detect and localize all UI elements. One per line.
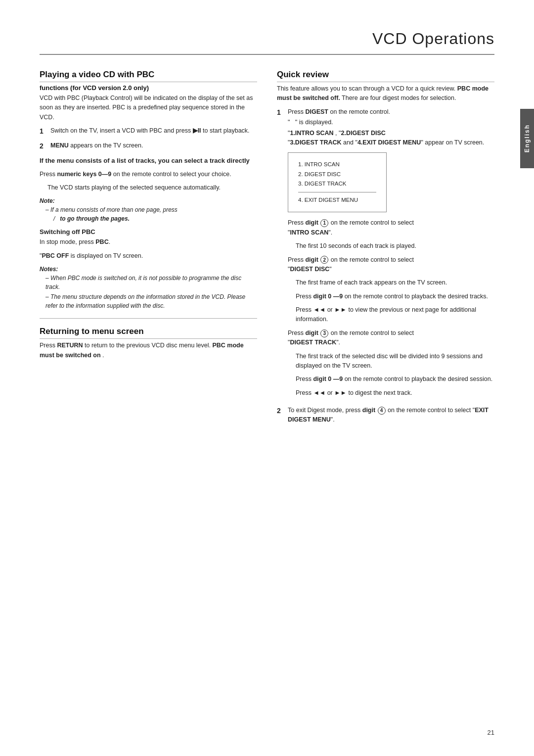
circle-num-1: 1 (320, 219, 328, 227)
step1-text-c: "1.INTRO SCAN , "2.DIGEST DISC "3.DIGEST… (288, 129, 494, 148)
pbc-steps: 1 Switch on the TV, insert a VCD with PB… (40, 126, 257, 151)
notes-label: Notes: (40, 266, 257, 273)
digit3-detail2: Press digit 0 —9 on the remote control t… (288, 375, 494, 384)
quick-review-intro: This feature allows you to scan through … (277, 84, 494, 103)
pbc-step-2: 2 MENU appears on the TV screen. (40, 141, 257, 152)
notes-item-1: – When PBC mode is switched on, it is no… (40, 274, 257, 291)
notes-block: Notes: – When PBC mode is switched on, i… (40, 266, 257, 310)
screen-display-box: 1. INTRO SCAN 2. DIGEST DISC 3. DIGEST T… (288, 152, 387, 212)
screen-item-2: 2. DIGEST DISC (298, 170, 376, 180)
note-block: Note: – If a menu consists of more than … (40, 197, 257, 223)
track-select-text: Press numeric keys 0—9 on the remote con… (40, 170, 257, 179)
notes-item-2: – The menu structure depends on the info… (40, 292, 257, 310)
section-divider (40, 318, 257, 319)
screen-item-4: 4. EXIT DIGEST MENU (298, 195, 376, 205)
digit1-text: Press digit 1 on the remote control to s… (288, 218, 494, 237)
page-title: VCD Operations (40, 30, 494, 55)
quick-review-step-1: 1 Press DIGEST on the remote control. " … (277, 107, 494, 402)
digit2-detail1: The first frame of each track appears on… (288, 278, 494, 287)
screen-item-3: 3. DIGEST TRACK (298, 179, 376, 189)
digit1-detail: The first 10 seconds of each track is pl… (288, 241, 494, 251)
step1-text-a: Press DIGEST on the remote control. (288, 107, 494, 117)
digit2-text: Press digit 2 on the remote control to s… (288, 255, 494, 275)
note-label: Note: (40, 197, 257, 204)
section-quick-review: Quick review This feature allows you to … (277, 70, 494, 429)
track-auto-text: The VCD starts playing of the selected s… (40, 183, 257, 192)
switching-text2: "PBC OFF is displayed on TV screen. (40, 251, 257, 261)
quick-review-heading: Quick review (277, 70, 494, 82)
section-heading-pbc: Playing a video CD with PBC (40, 70, 257, 82)
switching-heading: Switching off PBC (40, 228, 257, 236)
two-column-layout: Playing a video CD with PBC functions (f… (40, 70, 494, 433)
side-tab: English (520, 109, 534, 168)
return-menu-heading: Returning to menu screen (40, 327, 257, 339)
pbc-intro: VCD with PBC (Playback Control) will be … (40, 94, 257, 122)
digit2-detail2: Press digit 0 —9 on the remote control t… (288, 292, 494, 301)
quick-review-step-2: 2 To exit Digest mode, press digit 4 on … (277, 406, 494, 429)
screen-divider (298, 192, 376, 192)
digit2-detail3: Press ◄◄ or ►► to view the previous or n… (288, 305, 494, 325)
page-number: 21 (488, 729, 494, 736)
step1-text-b: " " is displayed. (288, 118, 494, 127)
section-return-menu: Returning to menu screen Press RETURN to… (40, 327, 257, 360)
section-playing-pbc: Playing a video CD with PBC functions (f… (40, 70, 257, 310)
note-item-1: – If a menu consists of more than one pa… (40, 205, 257, 223)
switching-text1: In stop mode, press PBC. (40, 237, 257, 247)
page-container: English VCD Operations Playing a video C… (0, 0, 534, 756)
pbc-step-1: 1 Switch on the TV, insert a VCD with PB… (40, 126, 257, 137)
right-column: Quick review This feature allows you to … (277, 70, 494, 433)
left-column: Playing a video CD with PBC functions (f… (40, 70, 257, 433)
digit3-text: Press digit 3 on the remote control to s… (288, 329, 494, 348)
digit3-detail1: The first track of the selected disc wil… (288, 352, 494, 371)
section-subheading-pbc: functions (for VCD version 2.0 only) (40, 84, 257, 92)
circle-num-2: 2 (320, 256, 328, 264)
step2-text: To exit Digest mode, press digit 4 on th… (288, 406, 494, 425)
side-tab-label: English (524, 124, 531, 152)
digit3-detail3: Press ◄◄ or ►► to digest the next track. (288, 388, 494, 398)
return-menu-text: Press RETURN to return to the previous V… (40, 341, 257, 360)
screen-item-1: 1. INTRO SCAN (298, 160, 376, 170)
circle-num-4: 4 (378, 407, 386, 415)
circle-num-3: 3 (320, 330, 328, 337)
track-select-heading: If the menu consists of a list of tracks… (40, 156, 257, 166)
quick-review-steps: 1 Press DIGEST on the remote control. " … (277, 107, 494, 429)
